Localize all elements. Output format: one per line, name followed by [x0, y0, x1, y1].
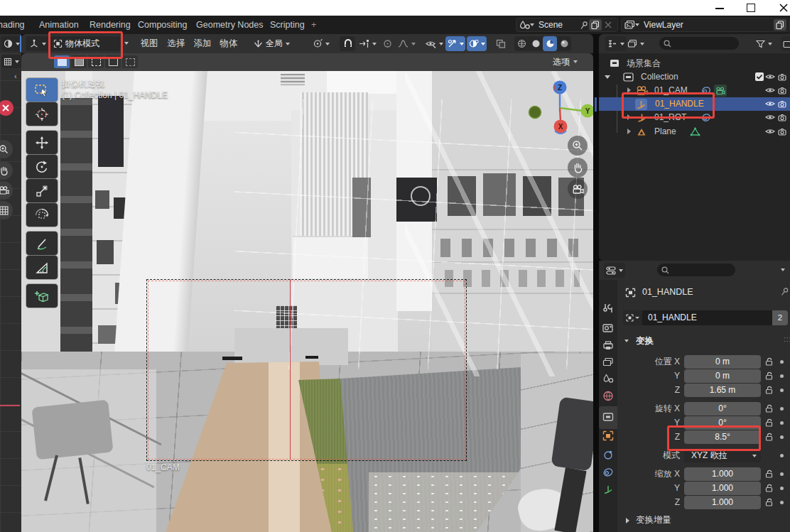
position-z-field[interactable]: 1.65 m: [684, 384, 761, 397]
measure-tool[interactable]: [26, 256, 58, 279]
animate-dot-icon[interactable]: [780, 407, 784, 411]
properties-search[interactable]: [657, 264, 735, 276]
viewport-editor-type-button[interactable]: [26, 36, 50, 51]
lock-icon[interactable]: [765, 498, 774, 506]
snap-toggle-button[interactable]: [340, 36, 355, 51]
overlays-toggle[interactable]: [467, 36, 487, 51]
rotate-tool[interactable]: [26, 155, 58, 178]
new-collection-button[interactable]: [781, 36, 790, 51]
scale-y-field[interactable]: 1.000: [684, 482, 761, 495]
render-visibility-icon[interactable]: [778, 128, 788, 136]
tab-shading[interactable]: hading: [0, 16, 25, 34]
outliner-row-collection[interactable]: Collection: [599, 70, 790, 84]
add-workspace-button[interactable]: +: [311, 16, 316, 34]
menu-select[interactable]: 选择: [166, 34, 187, 53]
menu-view[interactable]: 视图: [139, 34, 160, 53]
tab-constraints[interactable]: [602, 467, 614, 479]
users-count-badge[interactable]: 2: [772, 310, 788, 325]
animate-dot-icon[interactable]: [780, 501, 784, 504]
camera-frame[interactable]: [146, 279, 467, 461]
tab-collection[interactable]: [602, 412, 614, 423]
cursor-tool[interactable]: [26, 102, 58, 126]
scale-z-field[interactable]: 1.000: [684, 496, 761, 509]
viewlayer-selector[interactable]: ViewLayer: [621, 18, 790, 32]
tab-output[interactable]: [602, 340, 614, 352]
render-visibility-icon[interactable]: [778, 100, 788, 108]
tab-physics[interactable]: [602, 450, 614, 461]
properties-editor-type-button[interactable]: [604, 263, 625, 278]
outliner-display-mode-dropdown[interactable]: [605, 36, 627, 51]
tab-render[interactable]: [602, 322, 614, 334]
position-y-field[interactable]: 0 m: [684, 369, 761, 383]
move-tool[interactable]: [26, 131, 58, 154]
animate-dot-icon[interactable]: [780, 472, 784, 476]
object-id-dropdown[interactable]: [623, 310, 642, 325]
outliner-filter-dropdown[interactable]: [754, 36, 774, 51]
menu-add[interactable]: 添加: [192, 34, 213, 53]
options-dropdown[interactable]: 选项: [553, 55, 578, 68]
maximize-icon[interactable]: [747, 4, 755, 12]
tab-compositing[interactable]: Compositing: [138, 16, 187, 34]
render-visibility-icon[interactable]: [778, 73, 788, 81]
unlink-scene-button[interactable]: [602, 19, 615, 31]
pin-icon[interactable]: [580, 21, 589, 30]
tab-tool[interactable]: [602, 303, 614, 314]
shading-solid-button[interactable]: [529, 36, 543, 51]
properties-options-chevron-icon[interactable]: [781, 268, 785, 271]
delta-transform-expand-icon[interactable]: [626, 518, 629, 523]
lock-icon[interactable]: [765, 484, 774, 492]
tab-object-data[interactable]: [602, 484, 614, 496]
shading-rendered-button[interactable]: [557, 36, 571, 51]
mode-chevron-icon[interactable]: [124, 42, 129, 45]
panel-collapse-icon[interactable]: [624, 340, 629, 342]
gizmo-y-label[interactable]: Y: [585, 107, 590, 115]
xray-toggle[interactable]: [493, 36, 509, 51]
new-viewlayer-button[interactable]: [774, 19, 786, 31]
left-grid-icon[interactable]: [0, 201, 13, 219]
left-camera-icon[interactable]: [0, 181, 13, 200]
gizmos-toggle[interactable]: [445, 36, 465, 51]
rotation-x-field[interactable]: 0°: [684, 402, 761, 416]
outliner-search[interactable]: [659, 37, 739, 50]
annotate-tool[interactable]: [26, 232, 58, 255]
outliner-filter-mode-dropdown[interactable]: [625, 36, 646, 51]
eye-icon[interactable]: [765, 87, 775, 94]
camera-view-button[interactable]: [568, 179, 588, 199]
lock-icon[interactable]: [765, 469, 774, 478]
animate-dot-icon[interactable]: [780, 421, 784, 425]
expand-icon[interactable]: [627, 129, 631, 134]
render-visibility-icon[interactable]: [778, 114, 788, 121]
outliner-row-scene-collection[interactable]: 场景集合: [599, 57, 790, 70]
pin-icon[interactable]: [781, 287, 789, 296]
tab-view-layer[interactable]: [602, 357, 614, 369]
navigation-gizmo[interactable]: Z Y X: [523, 75, 593, 138]
tab-scene[interactable]: [602, 374, 614, 385]
lock-icon[interactable]: [765, 404, 774, 413]
left-pan-hand-icon[interactable]: [0, 161, 13, 180]
tab-object[interactable]: [602, 430, 614, 442]
lock-icon[interactable]: [765, 371, 774, 380]
proportional-falloff-dropdown[interactable]: [396, 36, 418, 51]
lock-icon[interactable]: [765, 433, 774, 441]
eye-icon[interactable]: [765, 128, 775, 135]
position-x-field[interactable]: 0 m: [684, 355, 761, 369]
region-divider[interactable]: [593, 53, 599, 532]
close-icon[interactable]: [779, 4, 788, 12]
lock-icon[interactable]: [765, 386, 774, 394]
render-visibility-icon[interactable]: [778, 87, 788, 94]
menu-object[interactable]: 物体: [218, 34, 239, 53]
transform-orientation-dropdown[interactable]: 全局: [250, 36, 304, 51]
eye-icon[interactable]: [765, 114, 775, 121]
pan-hand-button[interactable]: [568, 158, 588, 178]
left-editor-type-button[interactable]: [1, 36, 22, 51]
lock-icon[interactable]: [765, 418, 774, 427]
checkbox-icon[interactable]: [755, 72, 764, 81]
scene-name[interactable]: Scene: [539, 20, 563, 30]
collapse-arrow-icon[interactable]: ‹: [14, 72, 17, 80]
proportional-edit-button[interactable]: [380, 36, 394, 51]
animate-dot-icon[interactable]: [780, 389, 784, 392]
eye-icon[interactable]: [765, 73, 775, 80]
object-name-field[interactable]: 01_HANDLE: [642, 310, 772, 325]
panel-grip-icon[interactable]: :::: [784, 335, 790, 343]
animate-dot-icon[interactable]: [780, 374, 784, 378]
